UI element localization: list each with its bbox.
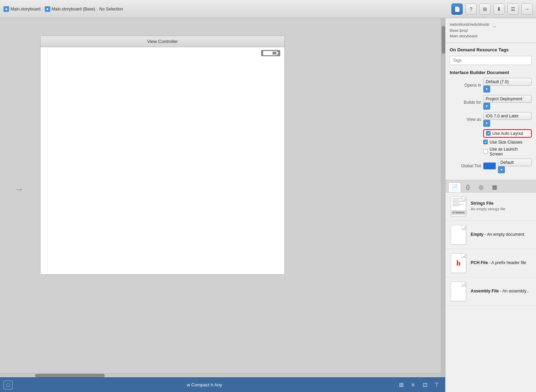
storyboard-icon-1: ■ xyxy=(3,6,9,12)
use-launch-screen-row: Use as Launch Screen xyxy=(483,147,532,157)
status-bar xyxy=(261,50,280,56)
h-scrollbar-thumb[interactable] xyxy=(35,374,105,377)
opens-in-arrow: ▼ xyxy=(483,86,490,93)
battery-icon xyxy=(263,51,277,55)
builds-for-select-wrapper[interactable]: Project Deployment T... ▼ xyxy=(483,95,532,110)
file-toolbar-btn[interactable]: 📄 xyxy=(451,3,463,15)
pch-file-info: PCH File - A prefix header file xyxy=(471,260,532,266)
use-auto-layout-row: Use Auto Layout xyxy=(483,129,532,138)
pch-letter: h xyxy=(456,259,461,268)
bottom-pin-btn[interactable]: ⊤ xyxy=(432,380,442,390)
breadcrumb-sep-2: › xyxy=(96,7,98,11)
view-as-label: View as xyxy=(450,117,481,122)
pch-file-icon: h xyxy=(450,253,467,274)
canvas-inner: → View Controller xyxy=(0,18,314,361)
view-controller-frame[interactable]: View Controller xyxy=(40,36,285,275)
view-as-select-wrapper[interactable]: iOS 7.0 and Later ▼ xyxy=(483,112,532,127)
grid-toolbar-btn[interactable]: ⊞ xyxy=(479,3,491,15)
download-toolbar-btn[interactable]: ⬇ xyxy=(493,3,505,15)
ib-document-title: Interface Builder Document xyxy=(450,70,532,75)
vertical-scrollbar[interactable] xyxy=(441,18,445,392)
assembly-file-name: Assembly File - An assembly... xyxy=(471,289,532,293)
storyboard-icon-2: ■ xyxy=(45,6,50,12)
strings-file-icon: STRINGS xyxy=(450,196,467,217)
bottom-right-controls: ⊞ ≡ ⊡ ⊤ xyxy=(396,380,442,390)
strings-icon-visual: STRINGS xyxy=(451,197,466,216)
view-as-arrow: ▼ xyxy=(483,120,490,127)
canvas-scroll[interactable]: → View Controller xyxy=(0,18,445,392)
strings-file-info: Strings File An empty strings file xyxy=(471,201,532,212)
bottom-bar: □ w Compact h Any ⊞ ≡ ⊡ ⊤ xyxy=(0,377,445,392)
assembly-file-info: Assembly File - An assembly... xyxy=(471,289,532,294)
breadcrumb-item-1[interactable]: Main.storyboard xyxy=(10,7,41,12)
opens-in-select-wrapper[interactable]: Default (7.0) ▼ xyxy=(483,78,532,93)
builds-for-arrow: ▼ xyxy=(483,103,490,110)
horizontal-scrollbar[interactable] xyxy=(0,373,441,377)
inspector-tab-code[interactable]: {} xyxy=(462,182,474,192)
empty-icon-visual xyxy=(451,225,466,245)
strings-file-desc: An empty strings file xyxy=(471,206,532,212)
top-toolbar: ■ Main.storyboard › ■ Main.storyboard (B… xyxy=(0,0,536,18)
use-launch-screen-label: Use as Launch Screen xyxy=(490,147,532,157)
use-size-classes-row: Use Size Classes xyxy=(483,140,532,145)
inspector-tab-file[interactable]: 📄 xyxy=(448,182,461,192)
use-launch-screen-checkbox[interactable] xyxy=(483,149,488,154)
main-content: → View Controller xyxy=(0,18,536,392)
global-tint-label: Global Tint xyxy=(450,164,481,168)
list-toolbar-btn[interactable]: ☰ xyxy=(507,3,519,15)
bottom-grid-btn[interactable]: ⊞ xyxy=(396,380,406,390)
builds-for-label: Builds for xyxy=(450,100,481,105)
file-path: HelloWorld/HelloWorld/ Base.lproj/ Main.… xyxy=(450,22,532,39)
opens-in-select[interactable]: Default (7.0) xyxy=(483,78,532,86)
inspector-tab-table[interactable]: ▦ xyxy=(488,182,501,192)
assembly-icon-visual xyxy=(451,282,466,301)
layout-toggle-btn[interactable]: □ xyxy=(3,380,13,390)
bottom-align-btn[interactable]: ≡ xyxy=(408,380,418,390)
strings-file-name: Strings File xyxy=(471,201,532,206)
tint-select[interactable]: Default xyxy=(498,159,532,166)
breadcrumb-item-2[interactable]: Main.storyboard (Base) xyxy=(52,7,95,12)
pch-file-name: PCH File - A prefix header file xyxy=(471,260,532,265)
empty-file-name: Empty - An empty document xyxy=(471,232,532,237)
empty-file-item[interactable]: Empty - An empty document xyxy=(446,221,536,249)
opens-in-label: Opens in xyxy=(450,83,481,88)
pch-file-item[interactable]: h PCH File - A prefix header file xyxy=(446,249,536,277)
view-as-select[interactable]: iOS 7.0 and Later xyxy=(483,112,532,120)
assembly-file-item[interactable]: Assembly File - An assembly... xyxy=(446,277,536,306)
scrollbar-thumb[interactable] xyxy=(442,26,445,54)
use-size-classes-checkbox[interactable] xyxy=(483,140,488,144)
right-panel: HelloWorld/HelloWorld/ Base.lproj/ Main.… xyxy=(445,18,536,392)
inspector-tab-circle[interactable]: ◎ xyxy=(475,182,487,192)
segue-arrow: → xyxy=(14,184,24,195)
assembly-file-icon xyxy=(450,281,467,302)
vc-title: View Controller xyxy=(147,39,178,44)
strings-badge: STRINGS xyxy=(451,210,466,215)
use-auto-layout-label: Use Auto Layout xyxy=(492,131,523,136)
on-demand-title: On Demand Resource Tags xyxy=(450,47,532,52)
global-tint-row: Global Tint Default ▼ xyxy=(450,159,532,173)
tint-select-arrow: ▼ xyxy=(498,166,505,173)
file-path-arrow[interactable]: → xyxy=(491,22,497,31)
use-auto-layout-checkbox[interactable] xyxy=(486,131,491,136)
tint-select-wrapper[interactable]: Default ▼ xyxy=(498,159,532,173)
opens-in-row: Opens in Default (7.0) ▼ xyxy=(450,78,532,93)
use-size-classes-label: Use Size Classes xyxy=(490,140,522,145)
file-path-text: HelloWorld/HelloWorld/ Base.lproj/ Main.… xyxy=(450,22,489,39)
builds-for-select[interactable]: Project Deployment T... xyxy=(483,95,532,103)
tint-color-swatch[interactable] xyxy=(483,162,496,169)
help-toolbar-btn[interactable]: ? xyxy=(465,3,477,15)
bottom-resize-btn[interactable]: ⊡ xyxy=(420,380,430,390)
inspector-section: On Demand Resource Tags Interface Builde… xyxy=(446,43,536,180)
strings-file-item[interactable]: STRINGS Strings File An empty strings fi… xyxy=(446,193,536,221)
pch-icon-visual: h xyxy=(451,253,466,273)
file-path-section: HelloWorld/HelloWorld/ Base.lproj/ Main.… xyxy=(446,18,536,43)
forward-toolbar-btn[interactable]: → xyxy=(521,3,533,15)
builds-for-row: Builds for Project Deployment T... ▼ xyxy=(450,95,532,110)
breadcrumb-item-3: No Selection xyxy=(99,7,123,12)
vc-body[interactable] xyxy=(41,47,284,274)
toolbar-right: 📄 ? ⊞ ⬇ ☰ → xyxy=(451,3,533,15)
view-as-row: View as iOS 7.0 and Later ▼ xyxy=(450,112,532,127)
tags-input[interactable] xyxy=(450,56,532,65)
canvas-area[interactable]: → View Controller xyxy=(0,18,445,392)
strings-icon-lines xyxy=(452,197,464,210)
